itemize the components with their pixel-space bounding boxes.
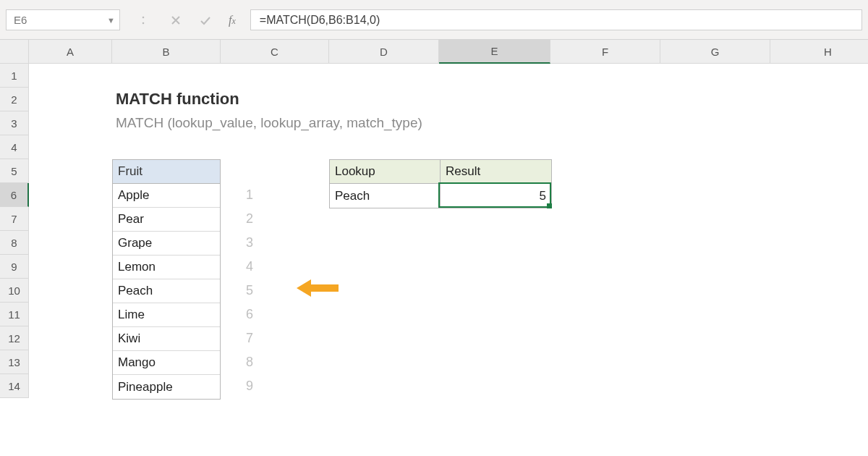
fruit-row[interactable]: Apple (113, 184, 220, 208)
col-header-B[interactable]: B (112, 40, 221, 64)
col-header-D[interactable]: D (329, 40, 439, 64)
row-header-3[interactable]: 3 (0, 111, 29, 135)
lookup-value-cell[interactable]: Peach (330, 184, 440, 208)
index-number: 6 (221, 303, 278, 326)
name-box-dropdown-icon[interactable]: ▼ (107, 16, 115, 25)
row-header-8[interactable]: 8 (0, 231, 29, 255)
index-number: 9 (221, 374, 278, 398)
col-header-C[interactable]: C (221, 40, 329, 64)
name-box[interactable]: E6 ▼ (6, 9, 120, 30)
formula-bar-region: E6 ▼ fx =MATCH(D6,B6:B14,0) (0, 0, 868, 40)
spreadsheet-grid[interactable]: A B C D E F G H 1 MATCH function MATCH (… (0, 40, 868, 398)
row-header-12[interactable]: 12 (0, 326, 29, 350)
fruit-table-header[interactable]: Fruit (113, 160, 220, 184)
arrow-left-icon (297, 278, 340, 298)
index-number: 2 (221, 207, 278, 231)
row-header-5[interactable]: 5 (0, 159, 29, 183)
insert-function-icon[interactable]: fx (229, 14, 236, 27)
fruit-row[interactable]: Pear (113, 208, 220, 232)
row-header-6[interactable]: 6 (0, 183, 29, 207)
index-number: 5 (221, 279, 278, 303)
result-value-cell[interactable]: 5 (441, 184, 551, 208)
row-header-11[interactable]: 11 (0, 303, 29, 326)
index-numbers: 1 2 3 4 5 6 7 8 9 (221, 183, 278, 398)
fruit-row[interactable]: Mango (113, 351, 220, 375)
col-header-G[interactable]: G (660, 40, 770, 64)
fruit-row[interactable]: Grape (113, 232, 220, 256)
row-header-13[interactable]: 13 (0, 350, 29, 374)
row-header-1[interactable]: 1 (0, 64, 29, 88)
select-all-corner[interactable] (0, 40, 29, 64)
svg-point-1 (142, 22, 145, 24)
fruit-row[interactable]: Peach (113, 279, 220, 303)
row-header-9[interactable]: 9 (0, 255, 29, 279)
index-number: 1 (221, 183, 278, 207)
formula-bar: E6 ▼ fx =MATCH(D6,B6:B14,0) (6, 9, 862, 30)
fruit-row[interactable]: Lime (113, 303, 220, 327)
name-box-value: E6 (14, 14, 27, 26)
syntax-text: MATCH (lookup_value, lookup_array, match… (116, 115, 422, 131)
cell-area[interactable]: MATCH function MATCH (lookup_value, look… (29, 64, 868, 398)
title-text: MATCH function (116, 90, 239, 109)
lookup-header[interactable]: Lookup (330, 160, 440, 184)
fruit-table: Fruit Apple Pear Grape Lemon Peach Lime … (112, 159, 221, 400)
index-number: 8 (221, 350, 278, 374)
index-number: 4 (221, 255, 278, 279)
row-header-4[interactable]: 4 (0, 135, 29, 159)
row-header-10[interactable]: 10 (0, 279, 29, 303)
lookup-table: Lookup Peach Result 5 (329, 159, 552, 208)
row-header-7[interactable]: 7 (0, 207, 29, 231)
formula-bar-buttons: fx (120, 9, 250, 30)
enter-icon[interactable] (200, 15, 213, 25)
svg-marker-2 (297, 279, 339, 297)
index-number: 7 (221, 326, 278, 350)
result-header[interactable]: Result (441, 160, 551, 184)
svg-point-0 (142, 16, 145, 18)
row-header-14[interactable]: 14 (0, 374, 29, 398)
fruit-row[interactable]: Kiwi (113, 327, 220, 351)
cancel-icon[interactable] (171, 15, 184, 25)
formula-input[interactable]: =MATCH(D6,B6:B14,0) (250, 9, 862, 30)
fruit-row[interactable]: Pineapple (113, 375, 220, 399)
col-header-H[interactable]: H (770, 40, 868, 64)
index-number: 3 (221, 231, 278, 255)
col-header-A[interactable]: A (29, 40, 112, 64)
row-header-2[interactable]: 2 (0, 88, 29, 111)
col-header-F[interactable]: F (550, 40, 660, 64)
formula-bar-divider-icon (142, 14, 155, 26)
fruit-row[interactable]: Lemon (113, 256, 220, 279)
col-header-E[interactable]: E (439, 40, 550, 64)
formula-text: =MATCH(D6,B6:B14,0) (260, 14, 380, 27)
